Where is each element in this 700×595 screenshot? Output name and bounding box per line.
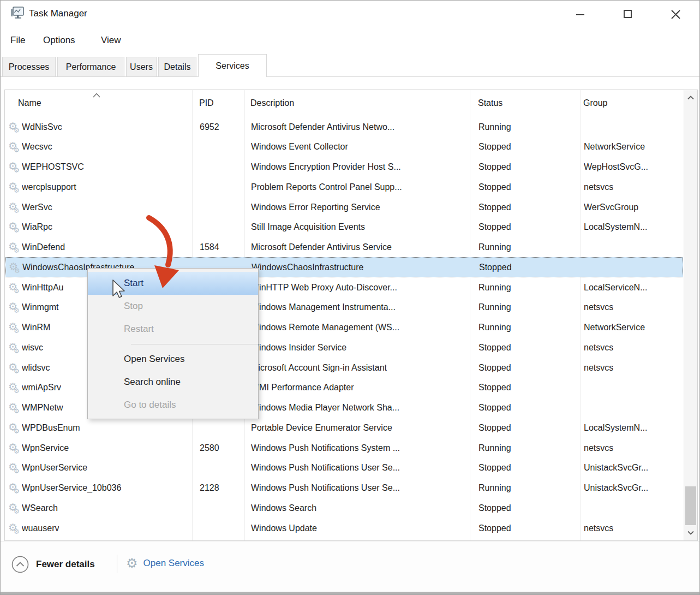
vertical-scrollbar[interactable] [684, 90, 697, 540]
task-manager-window: Task Manager FileOptionsView ProcessesPe… [0, 0, 700, 595]
service-status-cell: Running [478, 302, 511, 312]
service-description-cell: Windows Search [251, 503, 316, 513]
menubar-item-file[interactable]: File [8, 34, 27, 47]
service-group-cell: netsvcs [584, 343, 613, 353]
service-status-cell: Stopped [478, 463, 511, 473]
context-menu-item-open-services[interactable]: Open Services [88, 348, 258, 371]
maximize-button[interactable] [613, 4, 643, 25]
open-services-label: Open Services [143, 558, 205, 569]
service-name-cell: WiaRpc [22, 222, 52, 232]
service-row-wdnissvc[interactable]: ⚙⚙WdNisSvc6952Microsoft Defender Antivir… [5, 117, 683, 137]
service-row-wecsvc[interactable]: ⚙⚙WecsvcWindows Event CollectorStoppedNe… [5, 137, 683, 157]
service-pid-cell: 2580 [200, 443, 219, 453]
service-row-wpdbusenum[interactable]: ⚙⚙WPDBusEnumPortable Device Enumerator S… [5, 418, 683, 438]
fewer-details-button[interactable]: Fewer details [11, 556, 95, 573]
service-pid-cell: 2128 [200, 483, 219, 493]
service-name-cell: WSearch [22, 503, 58, 513]
service-status-cell: Stopped [478, 203, 511, 212]
service-name-cell: WerSvc [22, 203, 52, 212]
service-status-cell: Stopped [478, 383, 511, 392]
maximize-icon [623, 9, 633, 19]
service-description-cell: Windows Push Notifications User Se... [251, 483, 400, 493]
task-manager-icon [9, 6, 24, 21]
service-group-cell: netsvcs [584, 523, 613, 533]
column-header-description[interactable]: Description [250, 98, 294, 108]
menubar-item-options[interactable]: Options [41, 34, 77, 47]
tab-details[interactable]: Details [158, 57, 196, 77]
service-group-cell: NetworkService [584, 142, 645, 152]
minimize-button[interactable] [565, 4, 596, 25]
service-status-cell: Stopped [478, 423, 511, 433]
service-name-cell: wercplsupport [22, 182, 76, 192]
tab-services[interactable]: Services [198, 54, 267, 77]
service-description-cell: Microsoft Account Sign-in Assistant [251, 363, 387, 373]
services-gear-icon: ⚙ [126, 556, 138, 571]
service-gear-icon: ⚙⚙ [8, 282, 23, 294]
service-status-cell: Stopped [478, 182, 511, 192]
service-description-cell: Microsoft Defender Antivirus Service [251, 242, 392, 252]
column-header-pid[interactable]: PID [199, 98, 214, 108]
service-gear-icon: ⚙⚙ [8, 382, 23, 394]
scroll-up-button[interactable] [684, 90, 697, 105]
service-name-cell: wuauserv [22, 523, 59, 533]
service-name-cell: WinDefend [22, 242, 65, 252]
service-name-cell: WdNisSvc [22, 122, 62, 132]
service-description-cell: Windows Update [251, 523, 317, 533]
service-group-cell: LocalSystemN... [584, 423, 647, 433]
chevron-down-icon [687, 531, 694, 535]
service-description-cell: WinHTTP Web Proxy Auto-Discover... [251, 283, 397, 293]
scroll-down-button[interactable] [684, 525, 697, 540]
close-button[interactable] [660, 4, 691, 25]
service-row-wiarpc[interactable]: ⚙⚙WiaRpcStill Image Acquisition EventsSt… [5, 217, 683, 237]
service-row-wpnuserservice-10b036[interactable]: ⚙⚙WpnUserService_10b0362128Windows Push … [5, 478, 683, 498]
service-row-wuauserv[interactable]: ⚙⚙wuauservWindows UpdateStoppednetsvcs [5, 518, 683, 538]
tab-performance[interactable]: Performance [57, 57, 124, 77]
service-status-cell: Stopped [478, 343, 511, 353]
service-name-cell: WinHttpAu [22, 283, 63, 293]
service-description-cell: Windows Management Instrumenta... [251, 302, 396, 312]
service-row-wephostsvc[interactable]: ⚙⚙WEPHOSTSVCWindows Encryption Provider … [5, 157, 683, 177]
service-name-cell: WMPNetw [22, 403, 63, 413]
service-group-cell: WepHostSvcG... [584, 162, 648, 172]
context-menu-item-search-online[interactable]: Search online [88, 371, 258, 394]
service-name-cell: WpnUserService_10b036 [22, 483, 121, 493]
service-gear-icon: ⚙⚙ [9, 261, 24, 273]
column-header-name[interactable]: Name [18, 98, 41, 108]
service-group-cell: UnistackSvcGr... [584, 483, 648, 493]
tab-processes[interactable]: Processes [2, 57, 56, 77]
service-group-cell: WerSvcGroup [584, 203, 638, 212]
column-header-status[interactable]: Status [478, 98, 502, 108]
service-name-cell: WpnUserService [22, 463, 87, 473]
footer-divider [117, 555, 117, 573]
scrollbar-thumb[interactable] [685, 486, 696, 527]
service-row-wsearch[interactable]: ⚙⚙WSearchWindows SearchStopped [5, 498, 683, 518]
chevron-up-icon [687, 96, 694, 100]
service-description-cell: Windows Error Reporting Service [251, 203, 380, 212]
service-name-cell: wisvc [22, 343, 43, 353]
service-status-cell: Running [478, 483, 511, 493]
service-row-wpnuserservice[interactable]: ⚙⚙WpnUserServiceWindows Push Notificatio… [5, 458, 683, 478]
service-row-wercplsupport[interactable]: ⚙⚙wercplsupportProblem Reports Control P… [5, 177, 683, 197]
context-menu-item-start[interactable]: Start [88, 272, 258, 295]
service-status-cell: Stopped [478, 222, 511, 232]
context-menu-item-restart: Restart [88, 318, 258, 341]
service-row-wersvc[interactable]: ⚙⚙WerSvcWindows Error Reporting ServiceS… [5, 197, 683, 217]
sort-ascending-icon [92, 93, 101, 98]
service-row-windefend[interactable]: ⚙⚙WinDefend1584Microsoft Defender Antivi… [5, 237, 683, 258]
service-row-wpnservice[interactable]: ⚙⚙WpnService2580Windows Push Notificatio… [5, 438, 683, 458]
service-description-cell: Windows Event Collector [251, 142, 348, 152]
open-services-link[interactable]: ⚙ Open Services [126, 556, 204, 571]
service-group-cell: netsvcs [584, 363, 613, 373]
service-description-cell: Windows Push Notifications System ... [251, 443, 400, 453]
service-gear-icon: ⚙⚙ [8, 241, 23, 253]
service-status-cell: Running [478, 323, 511, 332]
service-status-cell: Stopped [478, 363, 511, 373]
service-status-cell: Stopped [478, 503, 511, 513]
column-header-group[interactable]: Group [583, 98, 607, 108]
service-group-cell: netsvcs [584, 302, 613, 312]
menubar-item-view[interactable]: View [99, 34, 123, 47]
context-menu-item-go-to-details: Go to details [88, 394, 258, 416]
service-description-cell: Windows Remote Management (WS... [251, 323, 399, 332]
service-gear-icon: ⚙⚙ [8, 422, 23, 434]
tab-users[interactable]: Users [126, 57, 157, 77]
